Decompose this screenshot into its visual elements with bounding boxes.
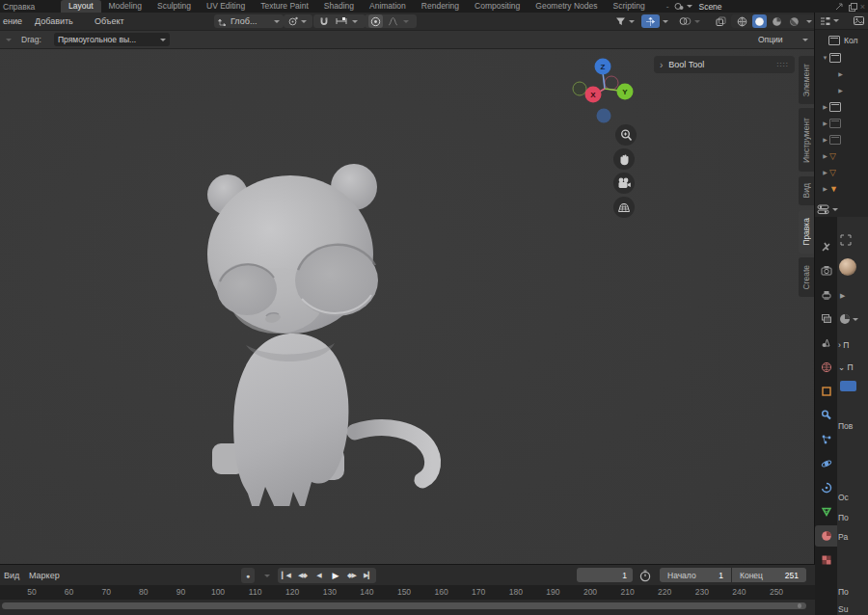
camera-view-button[interactable] [613,173,635,194]
axis-neg-y-ball[interactable] [573,82,586,95]
properties-tab-object-data[interactable] [815,501,837,522]
timeline-menu-view[interactable]: Вид [4,567,19,584]
snap-magnet-icon[interactable] [317,14,331,28]
play-reverse-button[interactable]: ◀ [311,568,327,583]
editor-type-selector[interactable] [817,204,838,215]
timeline-menu-marker[interactable]: Маркер [29,567,60,584]
properties-tab-output[interactable] [815,284,837,306]
sidebar-tab-create[interactable]: Create [799,257,814,297]
outliner-display-mode-icon[interactable] [820,16,831,26]
workspace-tab-layout[interactable]: Layout [61,0,101,13]
play-button[interactable]: ▶ [327,568,343,583]
outliner-row[interactable]: ▶ [815,115,868,131]
properties-tab-scene[interactable] [815,333,837,354]
shading-rendered-icon[interactable] [787,14,801,28]
properties-tab-texture[interactable] [815,549,837,571]
workspace-tab-texture-paint[interactable]: Texture Paint [253,0,316,13]
properties-tab-particles[interactable] [815,429,837,450]
overlays-toggle[interactable] [675,14,714,28]
outliner-row[interactable]: ▶ [815,98,868,115]
shading-solid-icon[interactable] [752,14,767,28]
properties-tab-physics[interactable] [815,453,837,474]
frame-end-field[interactable]: Конец 251 [732,568,806,582]
expanded-panel-header[interactable]: ⌄ П [838,362,854,372]
workspace-tab-sculpting[interactable]: Sculpting [149,0,199,13]
expand-arrow-icon[interactable]: ▶ [821,136,829,143]
timeline-scrollbar[interactable] [2,602,806,609]
properties-tab-object[interactable] [815,381,837,402]
workspace-tab-geometry-nodes[interactable]: Geometry Nodes [528,0,605,13]
properties-tab-render[interactable] [815,260,837,281]
xray-toggle[interactable] [714,15,728,29]
auto-key-button[interactable]: ● [241,568,255,583]
new-scene-icon[interactable] [849,3,855,10]
pivot-point-dropdown[interactable] [284,14,312,28]
cat-model[interactable] [188,154,468,506]
workspace-tab-scripting[interactable]: Scripting [606,0,653,13]
stopwatch-icon[interactable] [639,570,651,582]
region-divider[interactable] [814,13,815,615]
axis-neg-z-ball[interactable] [597,109,611,123]
panel-expand-chevron[interactable]: › [660,60,663,70]
panel-grip[interactable]: ∷∷ [777,61,789,69]
outliner-row[interactable]: ▶ [815,131,868,147]
menu-object[interactable]: Объект [95,13,124,30]
pin-corners-icon[interactable] [840,234,852,246]
workspace-tab-compositing[interactable]: Compositing [467,0,528,13]
auto-key-dropdown[interactable] [264,575,270,577]
3d-viewport[interactable]: Z X Y › Bool Tool ∷∷ ЭлементИнструментВи… [0,49,815,564]
expand-arrow-icon[interactable]: ▶ [821,103,829,110]
properties-tab-material[interactable] [815,525,837,547]
outliner-row[interactable]: ▶▽ [815,147,868,164]
menu-add[interactable]: Добавить [35,13,73,30]
outliner-row[interactable]: ▶ [815,66,868,82]
expand-arrow-icon[interactable]: ▼ [821,55,829,61]
transform-orientation-dropdown[interactable]: Глоб... [214,14,284,28]
options-dropdown[interactable]: Опции [754,33,812,46]
gizmo-toggle[interactable] [637,14,674,28]
expand-arrow-icon[interactable]: ▶ [821,185,829,192]
frame-start-field[interactable]: Начало 1 [660,568,731,582]
workspace-tab-modeling[interactable]: Modeling [101,0,150,13]
sidebar-tab-вид[interactable]: Вид [799,176,814,205]
jump-first-button[interactable]: ▎◀ [278,568,294,583]
workspace-tab-animation[interactable]: Animation [362,0,414,13]
menu-help[interactable]: Справка [3,2,53,12]
shading-material-icon[interactable] [770,14,784,28]
scrollbar-knob[interactable] [798,603,802,608]
scene-name[interactable]: Scene [698,2,721,12]
properties-tab-tool[interactable] [815,236,837,257]
scene-collection-row[interactable]: Кол [815,32,868,48]
expand-arrow-icon[interactable]: ▶ [836,70,845,77]
workspace-tab-uv-editing[interactable]: UV Editing [199,0,253,13]
expand-arrow-icon[interactable]: ▶ [836,87,845,94]
sidebar-tab-правка[interactable]: Правка [799,210,814,254]
outliner-row[interactable]: ▶ [815,82,868,98]
pan-button[interactable] [613,148,635,170]
navigation-gizmo[interactable]: Z X Y [569,57,646,126]
ortho-toggle-button[interactable] [613,197,635,218]
browse-scene-icon[interactable] [835,2,844,11]
outliner-filter-icon[interactable] [854,16,864,25]
shading-wireframe-icon[interactable] [735,14,749,28]
material-slot-browse[interactable] [839,313,858,325]
expand-arrow-icon[interactable]: ▶ [821,169,829,175]
frame-ruler[interactable]: 5060708090100110120130140150160170180190… [0,585,815,600]
menu-select[interactable]: ение [3,13,22,30]
scene-icon[interactable] [674,2,692,11]
expand-arrow-icon[interactable]: ▶ [821,152,829,159]
properties-tab-view-layer[interactable] [815,308,837,330]
sidebar-tab-элемент[interactable]: Элемент [799,56,814,104]
workspace-tab-shading[interactable]: Shading [316,0,362,13]
prev-keyframe-button[interactable]: ◀◆ [294,568,311,583]
snap-target-icon[interactable] [334,14,349,28]
workspace-tab-rendering[interactable]: Rendering [414,0,467,13]
use-nodes-button[interactable] [840,381,856,391]
outliner-row[interactable]: ▶▼ [815,180,868,197]
falloff-curve-icon[interactable] [386,14,400,28]
properties-tab-constraints[interactable] [815,477,837,498]
current-frame-field[interactable]: 1 [577,568,633,582]
expand-arrow-icon[interactable]: ▶ [821,120,829,126]
expand-arrow[interactable]: ▶ [840,292,845,300]
bool-tool-panel[interactable]: › Bool Tool ∷∷ [654,56,795,73]
